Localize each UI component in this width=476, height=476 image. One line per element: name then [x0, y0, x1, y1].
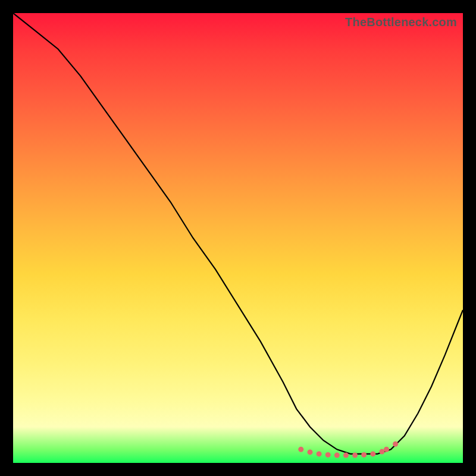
plot-area: TheBottleneck.com	[13, 13, 463, 463]
optimal-dot	[334, 453, 340, 458]
optimal-dot	[308, 449, 313, 455]
optimal-dot	[384, 447, 389, 452]
optimal-dot	[352, 453, 358, 458]
optimal-dot	[298, 447, 303, 452]
bottleneck-curve	[13, 13, 463, 454]
chart-frame: TheBottleneck.com	[0, 0, 476, 476]
optimal-dot	[317, 451, 322, 456]
curve-layer	[13, 13, 463, 463]
optimal-dot	[325, 452, 331, 458]
optimal-dot	[343, 453, 349, 458]
optimal-dot	[370, 451, 375, 456]
optimal-range-markers	[298, 441, 398, 458]
watermark-text: TheBottleneck.com	[345, 15, 457, 29]
optimal-dot	[361, 452, 367, 458]
optimal-dot	[393, 441, 398, 447]
